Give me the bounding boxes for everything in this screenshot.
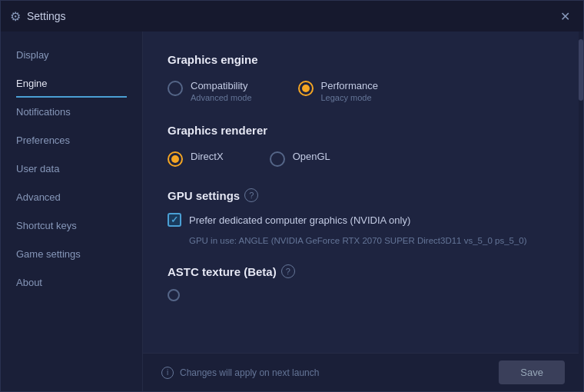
gear-icon: ⚙ [10, 9, 21, 24]
sidebar-item-notifications[interactable]: Notifications [1, 98, 142, 126]
astc-texture-section: ASTC texture (Beta) ? [168, 264, 559, 301]
sidebar-item-game-settings[interactable]: Game settings [1, 240, 142, 268]
sidebar-item-shortcut-keys[interactable]: Shortcut keys [1, 211, 142, 240]
compatibility-sublabel: Advanced mode [191, 93, 252, 102]
sidebar-item-about[interactable]: About [1, 268, 142, 297]
sidebar-item-preferences[interactable]: Preferences [1, 126, 142, 154]
astc-help-icon[interactable]: ? [281, 264, 295, 278]
gpu-checkbox-row: Prefer dedicated computer graphics (NVID… [168, 213, 559, 227]
gpu-settings-header: GPU settings ? [168, 188, 559, 202]
astc-options-row [168, 289, 559, 301]
astc-title: ASTC texture (Beta) [168, 265, 277, 278]
gpu-help-icon[interactable]: ? [244, 188, 258, 202]
content-area: Display Engine Notifications Preferences… [1, 32, 583, 391]
graphics-renderer-options: DirectX OpenGL [168, 151, 559, 167]
graphics-renderer-title: Graphics renderer [168, 124, 559, 137]
opengl-radio[interactable] [270, 151, 285, 167]
sidebar-item-advanced[interactable]: Advanced [1, 183, 142, 211]
graphics-engine-section: Graphics engine Compatibility Advanced m… [168, 53, 559, 102]
footer-info-text: Changes will apply on next launch [180, 367, 319, 378]
performance-option[interactable]: Performance Legacy mode [298, 80, 378, 102]
performance-radio[interactable] [298, 81, 314, 96]
scrollbar-thumb[interactable] [579, 39, 583, 101]
gpu-info-text: GPU in use: ANGLE (NVIDIA GeForce RTX 20… [168, 234, 559, 247]
sidebar-item-display[interactable]: Display [1, 41, 142, 69]
graphics-renderer-section: Graphics renderer DirectX OpenGL [168, 124, 559, 167]
directx-option[interactable]: DirectX [168, 151, 224, 167]
window-title: Settings [27, 10, 556, 22]
sidebar-item-user-data[interactable]: User data [1, 154, 142, 183]
graphics-engine-options: Compatibility Advanced mode Performance … [168, 80, 559, 102]
compatibility-option[interactable]: Compatibility Advanced mode [168, 80, 252, 102]
info-icon: i [161, 367, 174, 379]
gpu-checkbox[interactable] [168, 213, 181, 227]
footer-info: i Changes will apply on next launch [161, 367, 319, 379]
graphics-engine-title: Graphics engine [168, 53, 559, 66]
sidebar-item-engine[interactable]: Engine [1, 69, 142, 98]
astc-radio[interactable] [168, 289, 180, 301]
compatibility-label: Compatibility [191, 80, 252, 91]
astc-header: ASTC texture (Beta) ? [168, 264, 559, 278]
performance-sublabel: Legacy mode [321, 93, 378, 102]
compatibility-radio[interactable] [168, 81, 183, 96]
main-inner: Graphics engine Compatibility Advanced m… [168, 53, 559, 364]
titlebar: ⚙ Settings ✕ [1, 1, 583, 32]
scrollbar-track[interactable] [579, 32, 583, 391]
close-button[interactable]: ✕ [556, 7, 574, 25]
main-content: Graphics engine Compatibility Advanced m… [143, 32, 583, 391]
opengl-label: OpenGL [293, 151, 330, 162]
footer: i Changes will apply on next launch Save [143, 353, 583, 391]
gpu-settings-title: GPU settings [168, 189, 240, 202]
opengl-option[interactable]: OpenGL [270, 151, 330, 167]
gpu-checkbox-label: Prefer dedicated computer graphics (NVID… [189, 214, 410, 226]
gpu-settings-section: GPU settings ? Prefer dedicated computer… [168, 188, 559, 247]
settings-window: ⚙ Settings ✕ Display Engine Notification… [0, 0, 584, 392]
directx-radio[interactable] [168, 151, 183, 167]
save-button[interactable]: Save [499, 360, 565, 384]
performance-label: Performance [321, 80, 378, 91]
sidebar: Display Engine Notifications Preferences… [1, 32, 143, 391]
directx-label: DirectX [191, 151, 224, 162]
